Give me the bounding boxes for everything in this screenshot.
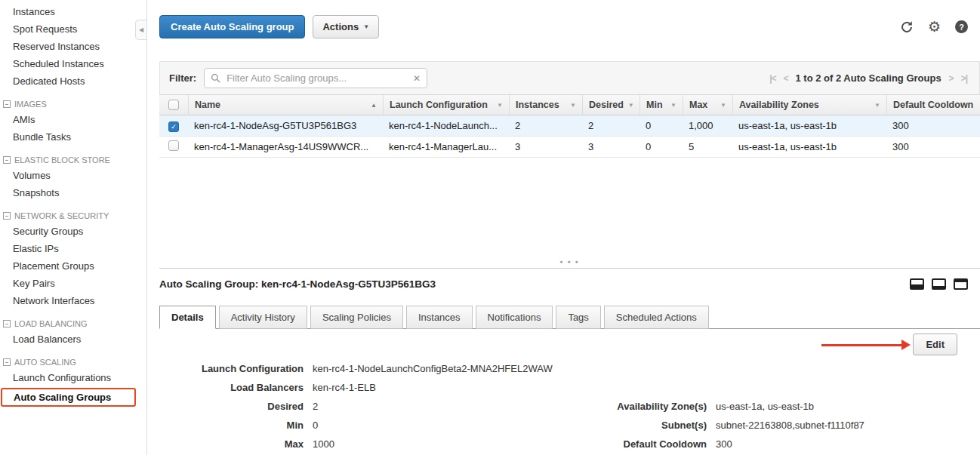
column-header-default-cooldown[interactable]: Default Cooldown [886,95,980,115]
sidebar-collapse-button[interactable]: ◀ [135,20,146,40]
chevron-down-icon: ▼ [670,102,676,109]
select-all-checkbox[interactable] [168,100,179,110]
sidebar-item-auto-scaling-groups[interactable]: Auto Scaling Groups [0,386,146,408]
create-auto-scaling-group-button[interactable]: Create Auto Scaling group [159,15,305,38]
prev-page-icon[interactable]: < [784,73,788,84]
cell-name: ken-rc4-1-NodeAsg-G5TU3P561BG3 [188,120,383,131]
cell-availability-zones: us-east-1a, us-east-1b [732,141,886,152]
sidebar-item-placement-groups[interactable]: Placement Groups [0,257,146,275]
next-page-icon[interactable]: > [949,73,954,84]
layout-split-bottom-icon[interactable] [910,278,924,290]
sidebar-section-auto-scaling[interactable]: AUTO SCALING [0,358,146,367]
sidebar-item-elastic-ips[interactable]: Elastic IPs [0,240,146,257]
tab-tags[interactable]: Tags [556,306,600,329]
edit-row: Edit [159,329,980,359]
field-availability-zones: Availability Zone(s) us-east-1a, us-east… [567,397,864,416]
field-desired: Desired 2 [171,397,567,416]
column-header-launch-configuration[interactable]: Launch Configuration ▼ [383,95,509,115]
section-title: ELASTIC BLOCK STORE [14,155,110,164]
table-row[interactable]: ken-rc4-1-ManagerAsg-14US9WWCR... ken-rc… [159,137,980,158]
sidebar-item-scheduled-instances[interactable]: Scheduled Instances [0,55,146,72]
field-default-cooldown: Default Cooldown 300 [567,435,864,453]
help-icon[interactable]: ? [955,20,968,33]
last-page-icon[interactable]: >| [961,73,967,84]
pagination-text: 1 to 2 of 2 Auto Scaling Groups [796,72,941,84]
column-header-availability-zones[interactable]: Availability Zones ▼ [732,95,886,115]
detail-tabs: Details Activity History Scaling Policie… [159,306,980,329]
chevron-left-icon: ◀ [139,26,143,33]
section-title: NETWORK & SECURITY [14,211,109,220]
field-min: Min 0 [171,416,567,435]
tab-instances[interactable]: Instances [406,306,473,329]
sidebar-item-reserved-instances[interactable]: Reserved Instances [0,38,146,55]
sidebar-item-security-groups[interactable]: Security Groups [0,223,146,240]
layout-icons [910,278,968,290]
sidebar-item-amis[interactable]: AMIs [0,111,146,128]
toolbar-icons: ⚙ ? [900,20,968,34]
sidebar-item-spot-requests[interactable]: Spot Requests [0,20,146,38]
cell-instances: 2 [509,120,582,131]
collapse-minus-icon [3,212,11,220]
cell-default-cooldown: 300 [886,120,980,131]
layout-split-thin-icon[interactable] [932,278,946,290]
sidebar-section-elastic-block-store[interactable]: ELASTIC BLOCK STORE [0,155,146,164]
sidebar-section-load-balancing[interactable]: LOAD BALANCING [0,319,146,328]
section-title: LOAD BALANCING [14,319,88,328]
column-header-max[interactable]: Max ▼ [683,95,732,115]
first-page-icon[interactable]: |< [769,73,775,84]
cell-checkbox [159,140,188,153]
sidebar-item-instances[interactable]: Instances [0,3,146,20]
refresh-icon[interactable] [900,20,914,34]
column-header-instances[interactable]: Instances ▼ [509,95,582,115]
fields-left-column: Launch Configuration ken-rc4-1-NodeLaunc… [171,359,567,455]
sidebar-section-network-security[interactable]: NETWORK & SECURITY [0,211,146,220]
empty-space [159,158,980,268]
edit-button[interactable]: Edit [913,334,957,355]
column-header-desired[interactable]: Desired ▼ [582,95,639,115]
chevron-down-icon: ▼ [570,102,576,109]
tab-details[interactable]: Details [159,306,216,329]
asg-table: Name ▲ Launch Configuration ▼ Instances … [159,94,980,158]
sidebar-item-volumes[interactable]: Volumes [0,167,146,184]
column-header-name[interactable]: Name ▲ [188,95,383,115]
cell-default-cooldown: 300 [886,141,980,152]
sidebar-section-images[interactable]: IMAGES [0,100,146,109]
cell-checkbox: ✓ [159,120,188,132]
select-all-cell [159,95,188,115]
drag-handle-icon[interactable]: ● ● ● [559,259,580,264]
sidebar-item-dedicated-hosts[interactable]: Dedicated Hosts [0,72,146,90]
tab-scaling-policies[interactable]: Scaling Policies [310,306,403,329]
pane-divider[interactable]: ● ● ● [159,268,980,269]
table-row[interactable]: ✓ ken-rc4-1-NodeAsg-G5TU3P561BG3 ken-rc4… [159,115,980,137]
sidebar: Instances Spot Requests Reserved Instanc… [0,0,147,455]
row-checkbox[interactable] [168,140,179,151]
fields-right-column: Availability Zone(s) us-east-1a, us-east… [567,397,864,455]
detail-title: Auto Scaling Group: ken-rc4-1-NodeAsg-G5… [159,278,436,290]
detail-pane: Auto Scaling Group: ken-rc4-1-NodeAsg-G5… [159,269,980,455]
gear-icon[interactable]: ⚙ [928,20,941,34]
sidebar-item-network-interfaces[interactable]: Network Interfaces [0,292,146,309]
annotation-arrow-line [821,344,901,346]
sidebar-item-bundle-tasks[interactable]: Bundle Tasks [0,128,146,146]
collapse-minus-icon [3,320,11,327]
sidebar-item-key-pairs[interactable]: Key Pairs [0,275,146,292]
field-subnets: Subnet(s) subnet-22163808,subnet-f1110f8… [567,416,864,435]
chevron-down-icon: ▼ [720,102,726,109]
row-checkbox[interactable]: ✓ [168,121,179,132]
cell-min: 0 [639,141,683,152]
sidebar-item-launch-configurations[interactable]: Launch Configurations [0,369,146,386]
sidebar-item-snapshots[interactable]: Snapshots [0,184,146,201]
tab-scheduled-actions[interactable]: Scheduled Actions [604,306,709,329]
tab-notifications[interactable]: Notifications [476,306,553,329]
layout-full-icon[interactable] [954,278,968,290]
ec2-console: Instances Spot Requests Reserved Instanc… [0,0,980,455]
actions-button[interactable]: Actions ▼ [313,15,379,38]
table-header: Name ▲ Launch Configuration ▼ Instances … [159,95,980,115]
column-header-min[interactable]: Min ▼ [639,95,683,115]
filter-input[interactable] [225,72,408,85]
clear-filter-icon[interactable]: ✕ [413,73,421,84]
chevron-down-icon: ▼ [363,23,369,30]
tab-activity-history[interactable]: Activity History [219,306,307,329]
field-load-balancers: Load Balancers ken-rc4-1-ELB [171,378,567,397]
sidebar-item-load-balancers[interactable]: Load Balancers [0,330,146,348]
